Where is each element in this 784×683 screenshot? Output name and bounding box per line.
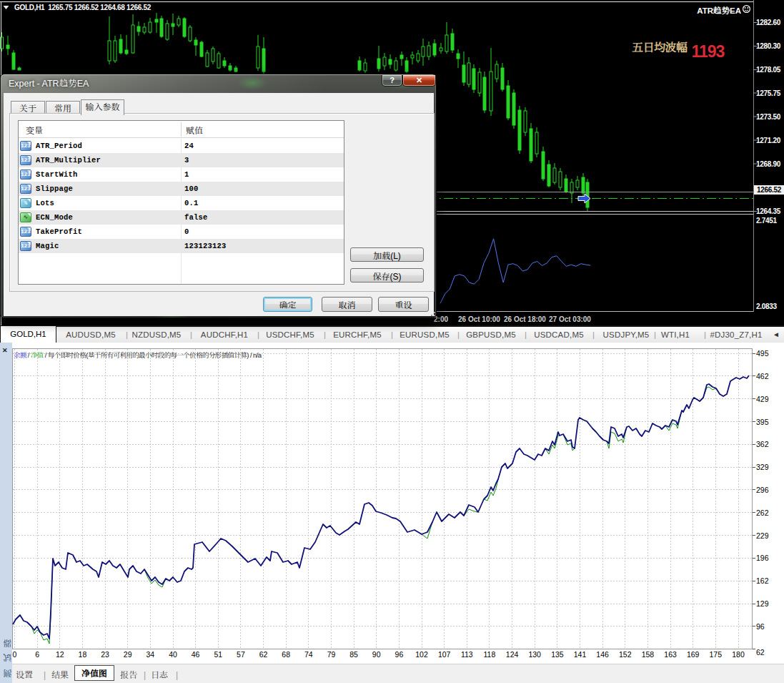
svg-text:12: 12 (56, 650, 64, 659)
svg-text:51: 51 (214, 650, 222, 659)
svg-text:96: 96 (395, 650, 404, 659)
svg-text:107: 107 (438, 650, 451, 659)
svg-text:196: 196 (756, 554, 769, 562)
svg-text:2.7451: 2.7451 (756, 217, 778, 225)
svg-text:329: 329 (756, 463, 769, 471)
svg-text:262: 262 (756, 508, 769, 517)
svg-text:141: 141 (574, 650, 587, 659)
svg-text:362: 362 (756, 440, 769, 448)
svg-text:1275.75: 1275.75 (756, 89, 781, 97)
svg-text:1282.60: 1282.60 (756, 19, 781, 26)
svg-text:1264.35: 1264.35 (756, 207, 781, 215)
svg-text:129: 129 (756, 599, 769, 608)
svg-text:102: 102 (415, 650, 428, 659)
svg-text:62: 62 (259, 650, 268, 659)
svg-text:1268.90: 1268.90 (756, 160, 781, 168)
svg-text:23: 23 (101, 650, 109, 659)
svg-text:495: 495 (756, 349, 769, 358)
svg-text:163: 163 (664, 650, 677, 659)
svg-text:130: 130 (528, 650, 541, 659)
svg-text:395: 395 (756, 418, 769, 426)
svg-text:429: 429 (756, 395, 769, 403)
svg-text:46: 46 (192, 650, 200, 659)
svg-text:1278.05: 1278.05 (756, 66, 781, 74)
svg-text:229: 229 (756, 531, 769, 540)
svg-text:1271.20: 1271.20 (756, 137, 781, 144)
svg-text:162: 162 (756, 576, 769, 585)
svg-text:146: 146 (596, 650, 609, 659)
svg-text:85: 85 (349, 650, 358, 659)
svg-text:34: 34 (146, 650, 154, 659)
svg-text:68: 68 (282, 650, 290, 659)
svg-text:62: 62 (756, 648, 765, 657)
svg-text:74: 74 (304, 650, 313, 659)
svg-text:1280.30: 1280.30 (756, 42, 781, 50)
svg-text:180: 180 (732, 650, 745, 659)
svg-text:57: 57 (237, 650, 245, 659)
svg-text:135: 135 (551, 650, 564, 659)
svg-text:124: 124 (506, 650, 519, 659)
svg-text:18: 18 (79, 650, 87, 659)
svg-text:175: 175 (710, 650, 723, 659)
svg-text:40: 40 (169, 650, 177, 659)
svg-text:158: 158 (642, 650, 655, 659)
svg-text:462: 462 (756, 372, 769, 380)
svg-text:113: 113 (461, 650, 473, 659)
svg-text:169: 169 (687, 650, 700, 659)
svg-text:6: 6 (35, 650, 39, 659)
svg-text:29: 29 (124, 650, 132, 659)
svg-text:296: 296 (756, 486, 769, 494)
svg-text:152: 152 (619, 650, 632, 659)
svg-text:1273.50: 1273.50 (756, 113, 781, 121)
svg-text:79: 79 (327, 650, 336, 659)
svg-text:90: 90 (372, 650, 381, 659)
svg-text:2.0833: 2.0833 (756, 303, 778, 310)
svg-text:118: 118 (484, 650, 496, 659)
svg-text:96: 96 (756, 622, 765, 631)
